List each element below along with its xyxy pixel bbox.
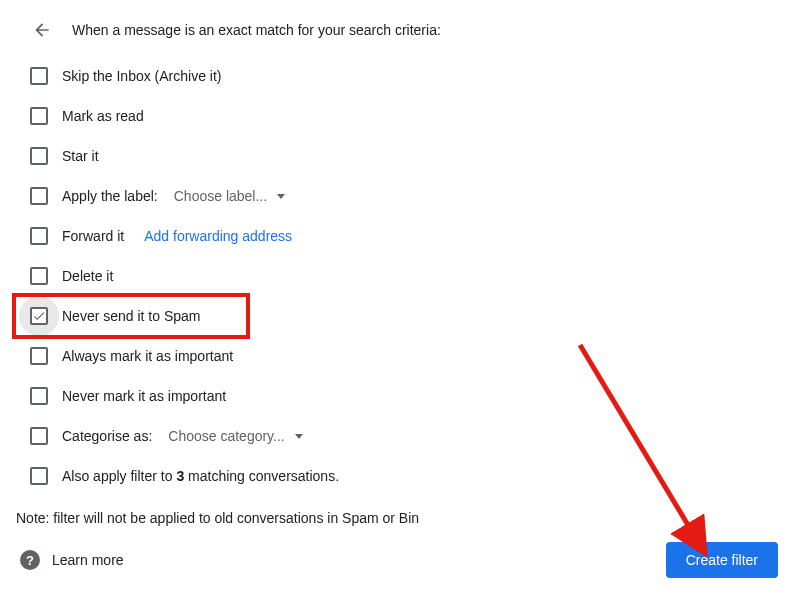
option-categorise: Categorise as: Choose category... bbox=[24, 416, 800, 456]
also-apply-prefix: Also apply filter to bbox=[62, 468, 176, 484]
dialog-title: When a message is an exact match for you… bbox=[72, 22, 441, 38]
checkbox-delete[interactable] bbox=[30, 267, 48, 285]
checkbox-never-spam[interactable] bbox=[30, 307, 48, 325]
footer-note: Note: filter will not be applied to old … bbox=[0, 500, 800, 536]
footer-bar: ? Learn more Create filter bbox=[0, 536, 800, 588]
select-choose-category[interactable]: Choose category... bbox=[168, 428, 302, 444]
label-mark-read: Mark as read bbox=[62, 108, 144, 124]
help-icon: ? bbox=[20, 550, 40, 570]
checkbox-never-important[interactable] bbox=[30, 387, 48, 405]
checkbox-skip-inbox[interactable] bbox=[30, 67, 48, 85]
checkbox-always-important[interactable] bbox=[30, 347, 48, 365]
label-never-important: Never mark it as important bbox=[62, 388, 226, 404]
option-never-important: Never mark it as important bbox=[24, 376, 800, 416]
link-add-forwarding[interactable]: Add forwarding address bbox=[144, 228, 292, 244]
option-also-apply: Also apply filter to 3 matching conversa… bbox=[24, 456, 800, 496]
select-choose-label-text: Choose label... bbox=[174, 188, 267, 204]
learn-more-link[interactable]: ? Learn more bbox=[20, 550, 124, 570]
checkbox-also-apply[interactable] bbox=[30, 467, 48, 485]
checkbox-mark-read[interactable] bbox=[30, 107, 48, 125]
options-list: Skip the Inbox (Archive it) Mark as read… bbox=[0, 54, 800, 500]
checkbox-forward[interactable] bbox=[30, 227, 48, 245]
learn-more-text: Learn more bbox=[52, 552, 124, 568]
option-mark-read: Mark as read bbox=[24, 96, 800, 136]
chevron-down-icon bbox=[295, 434, 303, 439]
label-skip-inbox: Skip the Inbox (Archive it) bbox=[62, 68, 222, 84]
option-never-spam: Never send it to Spam bbox=[24, 296, 800, 336]
also-apply-suffix: matching conversations. bbox=[184, 468, 339, 484]
chevron-down-icon bbox=[277, 194, 285, 199]
option-forward: Forward it Add forwarding address bbox=[24, 216, 800, 256]
label-also-apply: Also apply filter to 3 matching conversa… bbox=[62, 468, 339, 484]
option-delete: Delete it bbox=[24, 256, 800, 296]
back-arrow-icon[interactable] bbox=[30, 18, 54, 42]
dialog-header: When a message is an exact match for you… bbox=[0, 0, 800, 54]
create-filter-button[interactable]: Create filter bbox=[666, 542, 778, 578]
checkbox-apply-label[interactable] bbox=[30, 187, 48, 205]
option-skip-inbox: Skip the Inbox (Archive it) bbox=[24, 56, 800, 96]
label-delete: Delete it bbox=[62, 268, 113, 284]
label-forward: Forward it bbox=[62, 228, 124, 244]
label-categorise: Categorise as: bbox=[62, 428, 152, 444]
select-choose-category-text: Choose category... bbox=[168, 428, 284, 444]
checkbox-categorise[interactable] bbox=[30, 427, 48, 445]
option-apply-label: Apply the label: Choose label... bbox=[24, 176, 800, 216]
option-always-important: Always mark it as important bbox=[24, 336, 800, 376]
label-apply-label: Apply the label: bbox=[62, 188, 158, 204]
option-star: Star it bbox=[24, 136, 800, 176]
label-always-important: Always mark it as important bbox=[62, 348, 233, 364]
select-choose-label[interactable]: Choose label... bbox=[174, 188, 285, 204]
label-never-spam: Never send it to Spam bbox=[62, 308, 201, 324]
label-star: Star it bbox=[62, 148, 99, 164]
checkbox-star[interactable] bbox=[30, 147, 48, 165]
